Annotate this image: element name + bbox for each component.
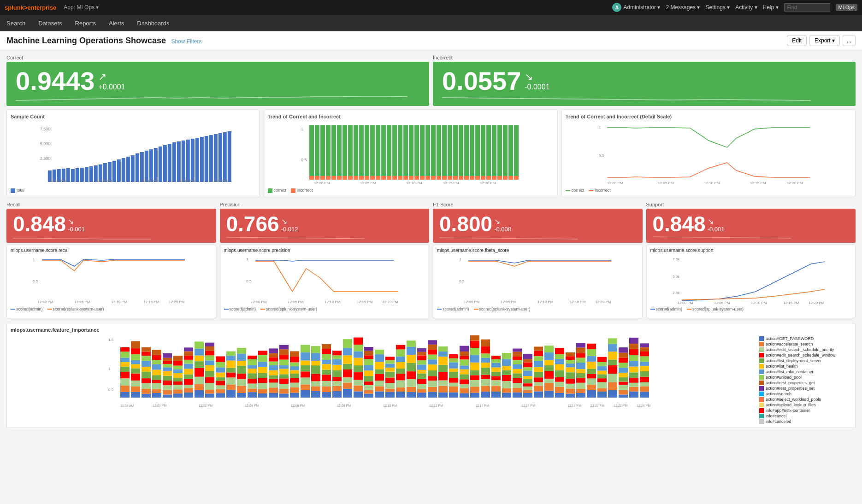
svg-rect-253 — [205, 377, 214, 383]
svg-text:2.5k: 2.5k — [673, 291, 680, 295]
svg-rect-52 — [309, 176, 314, 180]
admin-avatar: A — [612, 3, 621, 12]
svg-rect-32 — [177, 141, 181, 182]
svg-rect-30 — [168, 144, 171, 182]
export-button[interactable]: Export ▾ — [809, 35, 840, 46]
show-filters-link[interactable]: Show Filters — [171, 38, 201, 45]
svg-rect-272 — [226, 377, 236, 384]
svg-rect-103 — [453, 125, 458, 176]
settings-menu[interactable]: Settings ▾ — [705, 4, 730, 11]
svg-rect-552 — [544, 390, 554, 397]
mlops-badge: MLOps — [836, 4, 857, 11]
messages-menu[interactable]: 2 Messages ▾ — [666, 4, 700, 11]
more-options-button[interactable]: ... — [843, 35, 856, 46]
nav-alerts[interactable]: Alerts — [107, 16, 126, 30]
svg-rect-461 — [438, 352, 448, 357]
svg-rect-352 — [322, 392, 331, 398]
svg-rect-180 — [131, 392, 140, 397]
svg-rect-102 — [448, 176, 452, 180]
svg-rect-620 — [619, 377, 628, 381]
svg-rect-635 — [629, 349, 638, 355]
nav-reports[interactable]: Reports — [73, 16, 98, 30]
nav-datasets[interactable]: Datasets — [36, 16, 64, 30]
svg-text:12:00 PM: 12:00 PM — [464, 300, 480, 304]
svg-rect-327 — [290, 387, 299, 393]
svg-text:1: 1 — [246, 257, 248, 261]
svg-rect-215 — [163, 371, 172, 376]
legend-item: info#app#mltk-container — [759, 408, 851, 413]
activity-menu[interactable]: Activity ▾ — [735, 4, 757, 11]
svg-rect-9 — [71, 169, 75, 182]
find-input[interactable] — [784, 3, 830, 12]
svg-rect-569 — [566, 393, 575, 398]
svg-rect-22 — [131, 155, 135, 182]
svg-rect-633 — [629, 361, 638, 367]
admin-menu[interactable]: Administrator ▾ — [623, 4, 660, 11]
svg-rect-271 — [226, 384, 236, 390]
svg-rect-511 — [491, 356, 501, 359]
svg-rect-553 — [544, 383, 554, 390]
svg-rect-233 — [184, 385, 193, 388]
svg-rect-520 — [513, 392, 522, 397]
svg-rect-123 — [508, 125, 513, 176]
page-title: Machine Learning Operations Showcase — [6, 36, 166, 45]
svg-rect-256 — [205, 360, 214, 365]
svg-rect-332 — [290, 366, 299, 370]
svg-rect-642 — [640, 371, 649, 377]
svg-rect-582 — [576, 378, 585, 382]
recall-value: 0.848 — [13, 213, 66, 234]
svg-rect-300 — [258, 367, 267, 373]
svg-rect-377 — [343, 348, 352, 355]
svg-rect-605 — [597, 366, 607, 370]
svg-rect-502 — [481, 339, 490, 346]
nav-dashboards[interactable]: Dashboards — [135, 16, 171, 30]
svg-rect-80 — [387, 176, 391, 180]
svg-rect-391 — [364, 381, 373, 385]
help-menu[interactable]: Help ▾ — [763, 4, 779, 11]
svg-rect-82 — [392, 176, 397, 180]
svg-rect-63 — [342, 125, 347, 176]
svg-rect-296 — [258, 389, 267, 393]
svg-rect-68 — [354, 176, 358, 180]
svg-rect-73 — [370, 125, 375, 176]
svg-rect-365 — [332, 377, 342, 381]
svg-rect-404 — [375, 362, 384, 369]
svg-rect-580 — [576, 389, 585, 393]
svg-rect-613 — [608, 352, 617, 359]
svg-rect-366 — [332, 370, 342, 376]
svg-rect-581 — [576, 382, 585, 388]
svg-rect-557 — [544, 360, 554, 365]
edit-button[interactable]: Edit — [787, 35, 807, 46]
support-value: 0.848 — [653, 213, 706, 234]
svg-rect-204 — [152, 375, 161, 380]
svg-rect-509 — [491, 363, 501, 367]
svg-rect-19 — [117, 159, 121, 182]
svg-rect-490 — [470, 348, 479, 355]
svg-rect-618 — [619, 385, 628, 390]
svg-rect-40 — [214, 134, 218, 182]
svg-rect-331 — [290, 370, 299, 374]
precision-chart-panel: mlops.username.score.precision 1 0.5 12:… — [220, 245, 430, 318]
correct-arrow: ↗ — [98, 71, 125, 83]
svg-rect-205 — [152, 369, 161, 375]
f1-line-chart: 1 0.5 12:00 PM 12:05 PM 12:10 PM 12:15 P… — [437, 255, 638, 305]
svg-rect-549 — [534, 356, 543, 361]
dashboard: Correct 0.9443 ↗ +0.0001 Incorrect — [0, 50, 862, 437]
svg-rect-100 — [442, 176, 447, 180]
svg-rect-286 — [248, 392, 257, 398]
svg-rect-647 — [640, 347, 649, 351]
svg-rect-559 — [544, 346, 554, 352]
svg-rect-260 — [205, 342, 214, 346]
svg-text:12:05 PM: 12:05 PM — [96, 179, 112, 183]
nav-search[interactable]: Search — [5, 16, 27, 30]
svg-rect-312 — [269, 357, 278, 361]
recall-chart-panel: mlops.username.score.recall 1 0.5 12:00 … — [6, 245, 216, 318]
app-label[interactable]: App: MLOps ▾ — [64, 4, 99, 11]
svg-rect-410 — [385, 377, 395, 383]
svg-rect-28 — [159, 147, 162, 182]
svg-rect-623 — [619, 363, 628, 368]
incorrect-delta: -0.0001 — [525, 83, 549, 91]
svg-rect-439 — [417, 364, 426, 369]
svg-rect-412 — [385, 368, 395, 372]
svg-rect-118 — [492, 176, 496, 180]
